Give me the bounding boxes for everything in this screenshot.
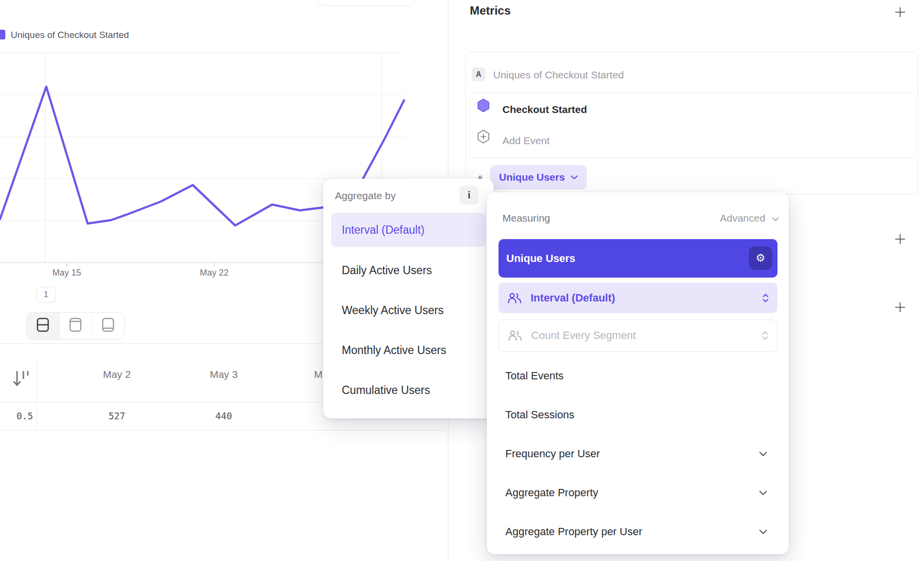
aggregate-by-menu: Aggregate by i Interval (Default) Daily …	[323, 179, 494, 418]
plus-icon	[894, 233, 906, 245]
add-event-button[interactable]: Add Event	[502, 135, 550, 147]
option-label: Aggregate Property per User	[505, 525, 759, 538]
interval-selector-row[interactable]: Interval (Default)	[499, 282, 777, 313]
event-row-label[interactable]: Checkout Started	[502, 104, 587, 115]
up-down-chevrons-icon	[762, 293, 769, 303]
layout-table-button[interactable]	[92, 313, 124, 339]
table-view-icon	[101, 316, 115, 336]
x-axis-label: May 15	[33, 268, 101, 278]
metric-card: A Uniques of Checkout Started Checkout S…	[465, 52, 918, 194]
users-icon	[508, 330, 522, 341]
add-section-button-1[interactable]	[893, 232, 907, 246]
plus-icon	[894, 301, 906, 313]
menu-item-daily-active-users[interactable]: Daily Active Users	[331, 253, 486, 287]
metric-card-title: Uniques of Checkout Started	[493, 69, 624, 81]
layout-toggle-group	[26, 312, 125, 339]
menu-item-weekly-active-users[interactable]: Weekly Active Users	[331, 293, 486, 327]
aggregate-by-title: Aggregate by	[335, 190, 396, 202]
advanced-label: Advanced	[720, 212, 765, 224]
table-row-label: 0.5	[0, 411, 33, 421]
measuring-option-aggregate-property[interactable]: Aggregate Property	[505, 482, 778, 504]
option-label: Frequency per User	[505, 448, 759, 460]
layout-chart-button[interactable]	[59, 313, 92, 339]
metrics-heading: Metrics	[470, 4, 511, 18]
info-icon: i	[468, 189, 471, 201]
event-hexagon-icon	[477, 98, 490, 114]
gear-icon: ⚙	[756, 253, 765, 263]
plus-icon	[894, 6, 906, 18]
option-label: Total Sessions	[505, 409, 778, 421]
analytics-screen: Uniques of Checkout Started May 15May 22…	[0, 0, 924, 561]
menu-item-cumulative-users[interactable]: Cumulative Users	[331, 373, 486, 407]
measuring-option-frequency-per-user[interactable]: Frequency per User	[505, 443, 778, 465]
table-cell-may2: 527	[63, 411, 170, 421]
chevron-down-icon	[759, 451, 767, 457]
x-axis-label: May 22	[180, 268, 248, 278]
measuring-option-unique-users[interactable]: Unique Users ⚙	[499, 239, 777, 278]
split-view-icon	[36, 316, 50, 336]
interval-row-label: Interval (Default)	[531, 292, 762, 304]
table-cell-may3: 440	[170, 411, 277, 421]
add-metric-button[interactable]	[893, 5, 907, 19]
chevron-down-icon	[759, 490, 767, 496]
table-column-separator	[37, 357, 37, 430]
unique-users-label: Unique Users	[506, 252, 575, 265]
add-section-button-2[interactable]	[893, 300, 907, 315]
menu-item-monthly-active-users[interactable]: Monthly Active Users	[331, 333, 486, 367]
chevron-down-icon	[772, 217, 779, 222]
measuring-option-aggregate-property-per-user[interactable]: Aggregate Property per User	[505, 521, 778, 542]
option-label: Aggregate Property	[505, 486, 759, 499]
users-icon	[507, 292, 522, 304]
metric-badge: A	[472, 67, 485, 81]
measuring-menu: Measuring Advanced Unique Users ⚙ Interv…	[487, 192, 789, 554]
measurement-chip[interactable]: Unique Users	[490, 165, 587, 189]
table-header-may3[interactable]: May 3	[170, 369, 277, 380]
table-header-may2[interactable]: May 2	[63, 369, 170, 380]
events-card: Checkout Started Add Event	[469, 93, 916, 158]
measurement-chip-label: Unique Users	[499, 171, 565, 183]
menu-item-interval-default[interactable]: Interval (Default)	[331, 213, 486, 247]
up-down-chevrons-icon	[762, 331, 768, 340]
info-button[interactable]: i	[460, 186, 479, 205]
sort-icon[interactable]	[13, 369, 31, 392]
option-label: Total Events	[505, 370, 778, 382]
measuring-option-total-events[interactable]: Total Events	[505, 365, 778, 387]
add-event-hexagon-icon	[477, 130, 490, 146]
series-page-chip[interactable]: 1	[36, 287, 56, 302]
count-every-segment-label: Count Every Segment	[531, 329, 762, 342]
chevron-down-icon	[571, 175, 578, 180]
layout-split-button[interactable]	[27, 313, 59, 339]
chevron-down-icon	[759, 529, 767, 535]
settings-button[interactable]: ⚙	[749, 246, 772, 270]
advanced-toggle[interactable]: Advanced	[487, 212, 779, 224]
chart-view-icon	[68, 316, 83, 336]
count-every-segment-row[interactable]: Count Every Segment	[499, 319, 777, 352]
measuring-option-total-sessions[interactable]: Total Sessions	[505, 404, 778, 426]
table-row-separator	[0, 430, 446, 430]
